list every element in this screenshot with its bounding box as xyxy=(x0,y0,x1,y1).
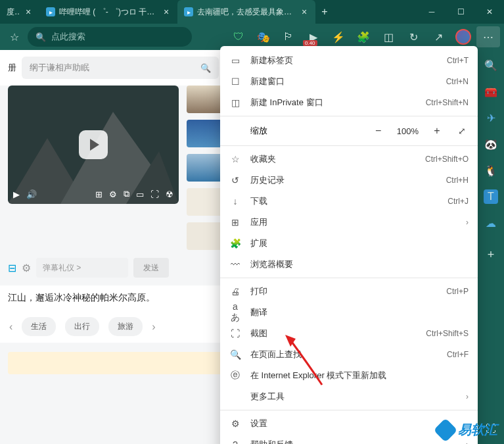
watermark-text: 易软汇 xyxy=(458,421,497,439)
menu-favorites[interactable]: ☆ 收藏夹 Ctrl+Shift+O xyxy=(220,149,478,170)
thumbnail[interactable] xyxy=(187,86,223,113)
briefcase-icon[interactable]: 🧰 xyxy=(484,84,498,99)
minimize-button[interactable]: ─ xyxy=(417,0,446,24)
history-icon: ↺ xyxy=(229,175,241,185)
help-icon: ? xyxy=(229,439,241,444)
shield-icon[interactable]: 🛡 xyxy=(227,26,250,47)
menu-more-tools[interactable]: 更多工具 › xyxy=(220,386,478,407)
zoom-value: 100% xyxy=(397,126,419,136)
play-icon[interactable] xyxy=(79,130,108,159)
menu-history[interactable]: ↺ 历史记录 Ctrl+H xyxy=(220,170,478,191)
extensions-icon[interactable]: 🧩 xyxy=(352,26,375,47)
titlebar: 度搜索 × ▸ 哔哩哔哩 ( ゜- ゜)つロ 干杯~-| × ▸ 去南疆吧，去感… xyxy=(0,0,504,24)
history-icon[interactable]: ↻ xyxy=(401,26,425,47)
menu-find[interactable]: 🔍 在页面上查找 Ctrl+F xyxy=(220,344,478,365)
search-icon[interactable]: 🔍 xyxy=(484,58,498,72)
chip-travel[interactable]: 出行 xyxy=(65,317,99,336)
chip-tourism[interactable]: 旅游 xyxy=(108,317,143,336)
translate-icon: aあ xyxy=(229,301,241,324)
bilibili-icon: ▸ xyxy=(46,7,55,16)
play-control-icon[interactable]: ▶ xyxy=(13,189,20,199)
thumbnail[interactable] xyxy=(187,188,223,216)
zoom-out-button[interactable]: − xyxy=(372,124,385,137)
tab-label: 去南疆吧，去感受最具象的冰 xyxy=(197,7,296,18)
printer-icon: 🖨 xyxy=(229,286,241,297)
badge-icon[interactable]: ▶0.40 xyxy=(302,26,325,47)
tab-bilibili[interactable]: ▸ 哔哩哔哩 ( ゜- ゜)つロ 干杯~-| × xyxy=(39,0,177,24)
thumbnail[interactable] xyxy=(187,222,223,250)
fullscreen-icon[interactable]: ⛶ xyxy=(150,189,159,199)
pip-icon[interactable]: ⧉ xyxy=(124,189,129,199)
menu-downloads[interactable]: ↓ 下载 Ctrl+J xyxy=(220,191,478,212)
close-icon[interactable]: × xyxy=(300,7,309,16)
menu-print[interactable]: 🖨 打印 Ctrl+P xyxy=(220,281,478,302)
bolt-icon[interactable]: ⚡ xyxy=(327,26,350,47)
danmu-settings-icon[interactable]: ⚙ xyxy=(22,262,31,274)
sidebar-icon[interactable]: ◫ xyxy=(377,26,400,47)
flag-icon[interactable]: 🏳 xyxy=(277,26,300,47)
window-icon: ☐ xyxy=(229,76,241,87)
danmu-input[interactable]: 弹幕礼仪 > xyxy=(36,258,128,278)
tab-active[interactable]: ▸ 去南疆吧，去感受最具象的冰 × xyxy=(177,0,315,24)
menu-new-window[interactable]: ☐ 新建窗口 Ctrl+N xyxy=(220,71,478,92)
zoom-in-button[interactable]: + xyxy=(430,124,444,137)
volume-icon[interactable]: 🔊 xyxy=(26,189,37,199)
address-bar[interactable]: 🔍 点此搜索 xyxy=(28,27,192,47)
puzzle-icon: 🧩 xyxy=(229,238,241,249)
thumbnail[interactable] xyxy=(187,154,223,182)
chevron-left-icon[interactable]: ‹ xyxy=(9,321,12,333)
fullscreen-button[interactable]: ⤢ xyxy=(455,124,469,137)
cloud-icon[interactable]: ☁ xyxy=(484,216,498,230)
menu-zoom: · 缩放 − 100% + ⤢ xyxy=(220,119,478,143)
tab-label: 哔哩哔哩 ( ゜- ゜)つロ 干杯~-| xyxy=(59,7,158,18)
close-button[interactable]: ✕ xyxy=(475,0,504,24)
quality-icon[interactable]: ⊞ xyxy=(95,189,103,199)
apps-icon: ⊞ xyxy=(229,217,241,228)
search-text: 纲于谦相声助眠 xyxy=(30,62,89,74)
close-icon[interactable]: × xyxy=(24,7,33,16)
tab-search[interactable]: 度搜索 × xyxy=(0,0,39,24)
gear-icon: ⚙ xyxy=(229,418,241,429)
add-icon[interactable]: + xyxy=(484,247,498,262)
sidebar: 🔍 🧰 ✈ 🐼 🐧 T ☁ + ⛶ xyxy=(478,50,504,444)
send-icon[interactable]: ✈ xyxy=(484,111,498,125)
wide-icon[interactable]: ▭ xyxy=(136,189,144,199)
close-icon[interactable]: × xyxy=(162,7,171,16)
video-player[interactable]: ▶ 🔊 ⊞ ⚙ ⧉ ▭ ⛶ ☢ xyxy=(8,86,179,204)
menu-ie-mode[interactable]: ⓔ 在 Internet Explorer 模式下重新加载 xyxy=(220,365,478,386)
tab-label: 度搜索 xyxy=(7,7,20,18)
ie-icon: ⓔ xyxy=(229,370,241,382)
menu-translate[interactable]: aあ 翻译 xyxy=(220,302,478,323)
tool-icon[interactable]: T xyxy=(484,189,498,204)
menu-extensions[interactable]: 🧩 扩展 xyxy=(220,233,478,254)
home-button[interactable]: ☆ xyxy=(4,26,25,47)
mask-icon[interactable]: 🎭 xyxy=(252,26,275,47)
thumbnail[interactable] xyxy=(187,120,223,147)
search-label: 册 xyxy=(8,62,16,74)
window-controls: ─ ☐ ✕ xyxy=(417,0,504,24)
avatar[interactable] xyxy=(451,26,475,47)
qq-icon[interactable]: 🐧 xyxy=(484,163,498,178)
menu-apps[interactable]: ⊞ 应用 › xyxy=(220,212,478,233)
settings-icon[interactable]: ⚙ xyxy=(109,189,117,199)
speed-badge: 0.40 xyxy=(303,40,317,46)
find-icon: 🔍 xyxy=(229,349,241,360)
menu-new-tab[interactable]: ▭ 新建标签页 Ctrl+T xyxy=(220,50,478,71)
tab-icon: ▭ xyxy=(229,55,241,66)
menu-screenshot[interactable]: ⛶ 截图 Ctrl+Shift+S xyxy=(220,323,478,344)
page-search[interactable]: 纲于谦相声助眠 🔍 xyxy=(22,57,219,79)
maximize-button[interactable]: ☐ xyxy=(446,0,475,24)
chip-life[interactable]: 生活 xyxy=(22,317,56,336)
browser-menu: ▭ 新建标签页 Ctrl+T ☐ 新建窗口 Ctrl+N ◫ 新建 InPriv… xyxy=(220,46,478,444)
send-button[interactable]: 发送 xyxy=(133,258,169,278)
menu-button[interactable]: ⋯ xyxy=(476,26,500,47)
menu-new-inprivate[interactable]: ◫ 新建 InPrivate 窗口 Ctrl+Shift+N xyxy=(220,92,478,113)
share-icon[interactable]: ↗ xyxy=(426,26,450,47)
search-icon: 🔍 xyxy=(35,32,46,42)
new-tab-button[interactable]: + xyxy=(315,0,334,24)
danmu-toggle-icon[interactable]: ⊟ xyxy=(8,262,16,274)
chevron-right-icon[interactable]: › xyxy=(152,321,155,333)
app-icon[interactable]: 🐼 xyxy=(484,137,498,151)
radiation-icon[interactable]: ☢ xyxy=(166,189,173,199)
menu-browser-overview[interactable]: 〰 浏览器概要 xyxy=(220,254,478,275)
